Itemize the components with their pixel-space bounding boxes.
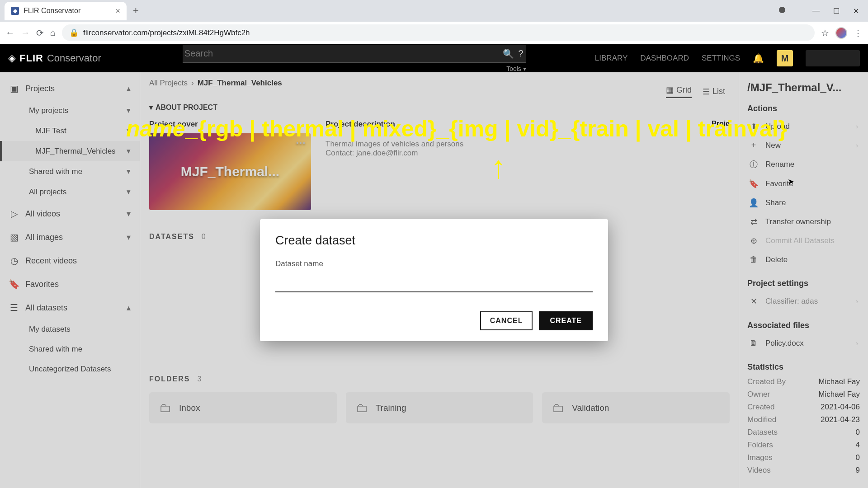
forward-button[interactable]: → bbox=[21, 28, 30, 38]
lock-icon: 🔒 bbox=[69, 28, 79, 38]
maximize-button[interactable]: ☐ bbox=[833, 7, 840, 15]
back-button[interactable]: ← bbox=[5, 28, 14, 38]
modal-input-label: Dataset name bbox=[275, 259, 593, 268]
window-controls: — ☐ ✕ bbox=[779, 7, 863, 15]
nav-dashboard[interactable]: DASHBOARD bbox=[640, 54, 689, 63]
search-input[interactable] bbox=[183, 45, 526, 63]
logo-primary: FLIR bbox=[19, 52, 43, 64]
modal-title: Create dataset bbox=[275, 234, 593, 248]
url-text: flirconservator.com/projects/zxiML84t2Hg… bbox=[83, 28, 250, 38]
modal-backdrop[interactable]: Create dataset Dataset name CANCEL CREAT… bbox=[0, 72, 868, 488]
user-menu[interactable] bbox=[806, 50, 860, 66]
home-button[interactable]: ⌂ bbox=[50, 28, 56, 38]
close-window-button[interactable]: ✕ bbox=[853, 7, 859, 15]
logo-secondary: Conservator bbox=[47, 52, 101, 64]
star-button[interactable]: ☆ bbox=[821, 28, 829, 38]
incognito-icon bbox=[779, 7, 785, 13]
logo[interactable]: ◈ FLIR Conservator bbox=[8, 52, 101, 64]
address-bar: ← → ⟳ ⌂ 🔒 flirconservator.com/projects/z… bbox=[0, 22, 868, 44]
user-avatar[interactable]: M bbox=[777, 50, 793, 66]
favicon-icon: ◆ bbox=[11, 7, 19, 15]
app-header: ◈ FLIR Conservator 🔍 ? Tools ▾ LIBRARY D… bbox=[0, 44, 868, 72]
nav-settings[interactable]: SETTINGS bbox=[702, 54, 740, 63]
search-icon[interactable]: 🔍 bbox=[503, 48, 514, 59]
tab-title: FLIR Conservator bbox=[24, 7, 80, 15]
tab-bar: ◆ FLIR Conservator × + — ☐ ✕ bbox=[0, 0, 868, 22]
browser-chrome: ◆ FLIR Conservator × + — ☐ ✕ ← → ⟳ ⌂ 🔒 f… bbox=[0, 0, 868, 44]
notifications-icon[interactable]: 🔔 bbox=[753, 53, 764, 64]
menu-button[interactable]: ⋮ bbox=[854, 28, 863, 38]
create-dataset-modal: Create dataset Dataset name CANCEL CREAT… bbox=[260, 219, 608, 341]
minimize-button[interactable]: — bbox=[812, 7, 820, 15]
help-icon[interactable]: ? bbox=[519, 48, 524, 59]
reload-button[interactable]: ⟳ bbox=[36, 28, 44, 38]
tools-dropdown[interactable]: Tools ▾ bbox=[183, 63, 526, 72]
cancel-button[interactable]: CANCEL bbox=[480, 311, 533, 330]
dataset-name-input[interactable] bbox=[275, 272, 593, 292]
profile-avatar[interactable] bbox=[835, 27, 847, 39]
close-icon[interactable]: × bbox=[115, 6, 120, 16]
url-input[interactable]: 🔒 flirconservator.com/projects/zxiML84t2… bbox=[62, 24, 815, 41]
nav-library[interactable]: LIBRARY bbox=[595, 54, 627, 63]
browser-tab[interactable]: ◆ FLIR Conservator × bbox=[5, 2, 127, 20]
logo-icon: ◈ bbox=[8, 52, 16, 64]
create-button[interactable]: CREATE bbox=[539, 311, 593, 330]
new-tab-button[interactable]: + bbox=[127, 5, 145, 17]
